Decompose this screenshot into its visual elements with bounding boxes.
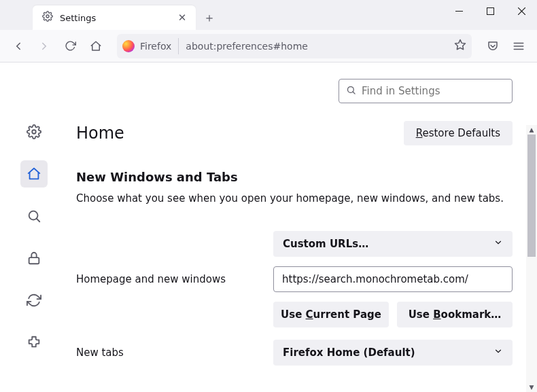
svg-line-11	[37, 219, 40, 222]
chevron-down-icon	[493, 346, 503, 359]
app-menu-button[interactable]	[507, 35, 530, 58]
svg-rect-12	[29, 257, 39, 264]
firefox-logo-icon	[122, 40, 135, 52]
svg-point-0	[46, 15, 49, 18]
window-controls	[443, 0, 537, 22]
newtabs-label: New tabs	[76, 346, 260, 359]
new-tab-button[interactable]: ＋	[200, 8, 219, 27]
find-settings-field[interactable]	[339, 79, 513, 103]
homepage-url-input[interactable]	[273, 266, 513, 292]
nav-search[interactable]	[20, 202, 48, 230]
nav-sync[interactable]	[20, 287, 48, 314]
maximize-button[interactable]	[474, 0, 506, 22]
settings-nav-rail	[0, 63, 68, 392]
identity-label: Firefox	[140, 41, 171, 52]
svg-rect-2	[487, 7, 493, 14]
content: Home Restore Defaults New Windows and Ta…	[0, 63, 537, 392]
scroll-down-icon[interactable]: ▼	[526, 382, 537, 392]
identity-box[interactable]: Firefox	[122, 38, 179, 54]
forward-button[interactable]	[33, 35, 56, 58]
scrollbar-thumb[interactable]	[527, 135, 536, 257]
pocket-button[interactable]	[481, 35, 504, 58]
homepage-mode-dropdown[interactable]: Custom URLs…	[273, 231, 513, 257]
search-icon	[346, 85, 356, 98]
nav-privacy[interactable]	[20, 245, 48, 272]
svg-line-14	[353, 92, 355, 94]
bookmark-star-icon[interactable]	[454, 39, 466, 54]
chevron-down-icon	[493, 238, 503, 250]
scrollbar[interactable]: ▲ ▼	[526, 125, 537, 392]
close-window-button[interactable]	[506, 0, 537, 22]
browser-tab[interactable]: Settings ✕	[33, 5, 196, 30]
url-bar[interactable]: Firefox about:preferences#home	[117, 34, 472, 58]
nav-home[interactable]	[20, 160, 48, 188]
dropdown-label: Firefox Home (Default)	[283, 346, 415, 359]
tab-title: Settings	[60, 13, 169, 23]
use-current-page-button[interactable]: Use Current Page	[273, 302, 389, 327]
titlebar: Settings ✕ ＋	[0, 0, 537, 30]
minimize-button[interactable]	[443, 0, 474, 22]
svg-point-9	[32, 130, 36, 134]
settings-main: Home Restore Defaults New Windows and Ta…	[68, 63, 537, 392]
toolbar: Firefox about:preferences#home	[0, 30, 537, 63]
homepage-label: Homepage and new windows	[76, 273, 260, 285]
svg-marker-5	[455, 39, 466, 49]
use-bookmark-button[interactable]: Use Bookmark…	[397, 302, 513, 327]
find-settings-input[interactable]	[362, 85, 505, 97]
nav-extensions[interactable]	[20, 329, 48, 356]
dropdown-label: Custom URLs…	[283, 238, 368, 250]
page-title: Home	[76, 124, 124, 143]
reload-button[interactable]	[58, 35, 82, 58]
restore-defaults-button[interactable]: Restore Defaults	[404, 121, 513, 145]
newtabs-dropdown[interactable]: Firefox Home (Default)	[273, 340, 513, 366]
section-description: Choose what you see when you open your h…	[76, 191, 513, 207]
nav-general[interactable]	[20, 118, 48, 145]
url-text: about:preferences#home	[186, 41, 447, 52]
back-button[interactable]	[7, 35, 30, 58]
close-icon[interactable]: ✕	[175, 11, 189, 24]
section-title: New Windows and Tabs	[76, 170, 513, 184]
home-button[interactable]	[84, 35, 107, 58]
gear-icon	[42, 11, 53, 24]
scroll-up-icon[interactable]: ▲	[526, 125, 537, 135]
